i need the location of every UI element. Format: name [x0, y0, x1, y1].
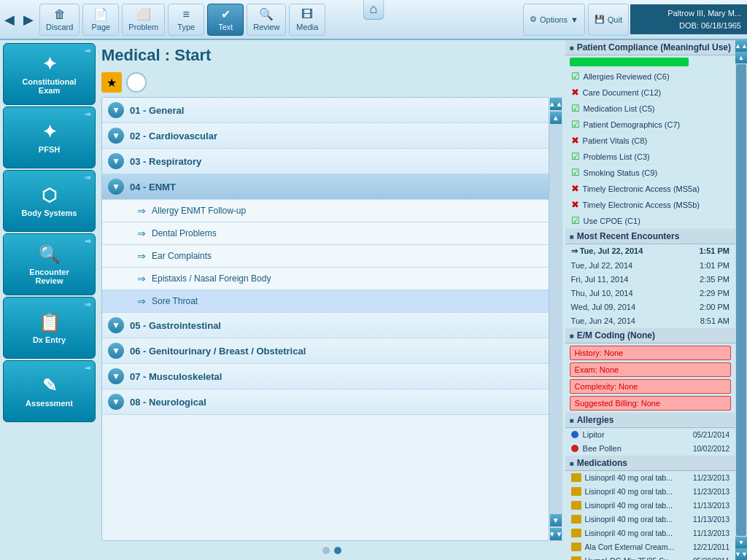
checkbox-red-4: ✖ [571, 135, 579, 146]
right-scroll-up-top[interactable]: ▲▲ [735, 40, 747, 52]
encounter-5[interactable]: Tue, Jun 24, 2014 8:51 AM [565, 314, 735, 328]
right-scroll-down[interactable]: ▼ [735, 537, 747, 548]
sub-arrow-dental: ⇒ [137, 228, 146, 239]
compliance-label-9: Use CPOE (C1) [584, 217, 640, 225]
section-07[interactable]: ▼ 07 - Musculoskeletal [102, 364, 549, 389]
med-5[interactable]: Ala Cort External Cream... 12/21/2011 [565, 540, 735, 554]
compliance-item-9: ☑ Use CPOE (C1) [565, 213, 735, 229]
options-button[interactable]: ⚙ Options ▼ [523, 4, 585, 36]
tabs-row: ★ [101, 71, 562, 94]
sidebar-item-constitutional-exam[interactable]: ⇒ ✦ ConstitutionalExam [3, 43, 96, 105]
page-dot-2[interactable] [334, 547, 341, 554]
section-03-icon: ▼ [108, 153, 124, 169]
med-date-1: 11/23/2013 [693, 488, 729, 496]
encounter-4[interactable]: Wed, Jul 09, 2014 2:00 PM [565, 300, 735, 314]
med-icon-0 [571, 473, 581, 482]
section-05-icon: ▼ [108, 317, 124, 333]
section-06[interactable]: ▼ 06 - Genitourinary / Breast / Obstetri… [102, 338, 549, 364]
home-icon[interactable]: ⌂ [370, 1, 378, 16]
sidebar-arrow-encounter-review: ⇒ [85, 237, 90, 245]
page-title: Medical : Start [101, 43, 562, 68]
sidebar-arrow-constitutional: ⇒ [85, 47, 90, 55]
allergies-list: Lipitor 05/21/2014 Bee Pollen 10/02/2012 [565, 428, 735, 456]
med-icon-2 [571, 501, 581, 510]
compliance-label-0: Allergies Reviewed (C6) [584, 72, 670, 81]
discard-button[interactable]: 🗑 Discard [39, 4, 80, 36]
type-button[interactable]: ≡ Type [168, 4, 204, 36]
section-08[interactable]: ▼ 08 - Neurological [102, 389, 549, 415]
sub-ear-complaints[interactable]: ⇒ Ear Complaints [102, 245, 549, 268]
med-4[interactable]: Lisinopril 40 mg oral tab... 11/13/2013 [565, 526, 735, 540]
encounters-collapse-icon: ■ [570, 233, 574, 241]
em-coding-items: History: None Exam: None Complexity: Non… [565, 346, 735, 411]
encounter-time-4: 2:00 PM [700, 303, 729, 311]
med-2[interactable]: Lisinopril 40 mg oral tab... 11/13/2013 [565, 499, 735, 513]
section-04[interactable]: ▼ 04 - ENMT [102, 174, 549, 200]
section-05[interactable]: ▼ 05 - Gastrointestinal [102, 313, 549, 338]
sub-dental-problems[interactable]: ⇒ Dental Problems [102, 222, 549, 245]
right-scroll-down-bottom[interactable]: ▼▼ [735, 548, 747, 560]
sidebar-item-assessment[interactable]: ⇒ ✎ Assessment [3, 360, 96, 422]
text-button[interactable]: ✔ Text [207, 4, 244, 36]
encounter-0[interactable]: ⇒ Tue, Jul 22, 2014 1:51 PM [565, 244, 735, 259]
scroll-down[interactable]: ▼ [550, 514, 562, 526]
sub-allergy-enmt[interactable]: ⇒ Allergy ENMT Follow-up [102, 200, 549, 222]
section-08-icon: ▼ [108, 394, 124, 410]
scroll-up-top[interactable]: ▲▲ [550, 98, 562, 110]
allergies-header[interactable]: ■ Allergies [565, 413, 735, 428]
compliance-header[interactable]: ■ Patient Compliance (Meaningful Use) [565, 40, 735, 55]
sidebar-label-dx-entry: Dx Entry [33, 335, 66, 344]
compliance-items: ☑ Allergies Reviewed (C6) ✖ Care Documen… [565, 69, 735, 229]
sidebar-item-pfsh[interactable]: ⇒ ✦ PFSH [3, 106, 96, 168]
sidebar-item-body-systems[interactable]: ⇒ ⬡ Body Systems [3, 170, 96, 232]
right-scroll-up[interactable]: ▲ [735, 52, 747, 63]
page-button[interactable]: 📄 Page [82, 4, 119, 36]
scroll-down-bottom[interactable]: ▼▼ [550, 528, 562, 540]
problem-button[interactable]: ⬜ Problem [122, 4, 165, 36]
sidebar-item-dx-entry[interactable]: ⇒ 📋 Dx Entry [3, 297, 96, 359]
section-01[interactable]: ▼ 01 - General [102, 98, 549, 123]
sidebar-arrow-assessment: ⇒ [85, 364, 90, 372]
sub-label-ear: Ear Complaints [152, 251, 212, 261]
scroll-up[interactable]: ▲ [550, 112, 562, 124]
section-03[interactable]: ▼ 03 - Respiratory [102, 149, 549, 174]
circle-tab[interactable] [126, 72, 147, 93]
sub-arrow-epistaxis: ⇒ [137, 273, 146, 284]
media-button[interactable]: 🎞 Media [289, 4, 325, 36]
top-navigation: ⌂ ◀ ▶ 🗑 Discard 📄 Page ⬜ Problem ≡ Type … [0, 0, 747, 40]
encounter-1[interactable]: Tue, Jul 22, 2014 1:01 PM [565, 259, 735, 273]
compliance-item-7: ✖ Timely Electronic Access (MS5a) [565, 181, 735, 197]
review-button[interactable]: 🔍 Review [247, 4, 286, 36]
allergy-lipitor[interactable]: Lipitor 05/21/2014 [565, 428, 735, 442]
sub-sore-throat[interactable]: ⇒ Sore Throat [102, 290, 549, 313]
page-dot-1[interactable] [322, 547, 330, 554]
med-0[interactable]: Lisinopril 40 mg oral tab... 11/23/2013 [565, 471, 735, 485]
checkbox-red-8: ✖ [571, 199, 579, 210]
med-6[interactable]: HumaLOG Mix 75/25 Su... 05/28/2011 [565, 554, 735, 560]
encounter-date-4: Wed, Jul 09, 2014 [571, 303, 635, 311]
section-02[interactable]: ▼ 02 - Cardiovascular [102, 123, 549, 149]
sub-epistaxis[interactable]: ⇒ Epistaxis / Nasal Foreign Body [102, 268, 549, 290]
encounter-3[interactable]: Thu, Jul 10, 2014 2:29 PM [565, 287, 735, 300]
allergy-bee-pollen[interactable]: Bee Pollen 10/02/2012 [565, 442, 735, 456]
encounters-header[interactable]: ■ Most Recent Encounters [565, 229, 735, 244]
em-coding-header[interactable]: ■ E/M Coding (None) [565, 328, 735, 343]
medications-header[interactable]: ■ Medications [565, 456, 735, 471]
med-date-3: 11/13/2013 [693, 516, 729, 524]
section-01-icon: ▼ [108, 102, 124, 118]
section-02-icon: ▼ [108, 128, 124, 144]
med-3[interactable]: Lisinopril 40 mg oral tab... 11/13/2013 [565, 513, 735, 526]
med-icon-4 [571, 529, 581, 537]
section-01-label: 01 - General [130, 105, 184, 116]
quit-button[interactable]: 💾 Quit [588, 4, 629, 36]
med-1[interactable]: Lisinopril 40 mg oral tab... 11/23/2013 [565, 485, 735, 499]
sidebar-arrow-dx-entry: ⇒ [85, 300, 90, 308]
star-tab[interactable]: ★ [101, 72, 122, 93]
sub-arrow-allergy: ⇒ [137, 205, 146, 217]
checkbox-green-5: ☑ [571, 151, 580, 162]
forward-button[interactable]: ▶ [19, 4, 38, 36]
sidebar-item-encounter-review[interactable]: ⇒ 🔍 EncounterReview [3, 233, 96, 295]
sidebar-label-pfsh: PFSH [39, 145, 60, 154]
back-button[interactable]: ◀ [0, 4, 19, 36]
encounter-2[interactable]: Fri, Jul 11, 2014 2:35 PM [565, 273, 735, 287]
